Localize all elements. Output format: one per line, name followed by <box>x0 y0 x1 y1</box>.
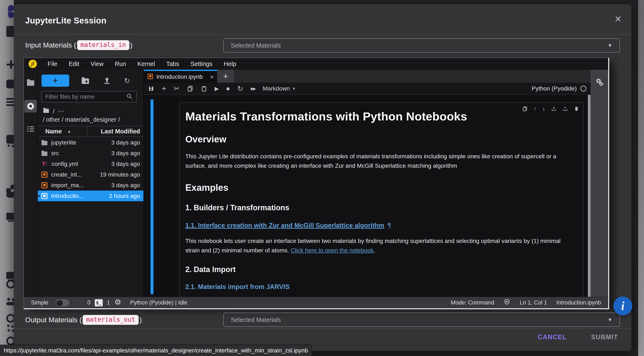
jupyterlite-app: jl File Edit View Run Kernel Tabs Settin… <box>24 58 609 309</box>
cancel-button[interactable]: CANCEL <box>538 333 567 341</box>
file-row-config-yml[interactable]: Y: config.yml 3 days ago <box>38 159 144 169</box>
menu-kernel[interactable]: Kernel <box>132 60 160 67</box>
file-row-jupyterlite[interactable]: jupyterlite 3 days ago <box>38 137 144 148</box>
output-materials-label: Output Materials (materials_out) <box>25 315 142 325</box>
upload-icon[interactable] <box>103 76 111 85</box>
menu-help[interactable]: Help <box>218 60 242 67</box>
modal-footer: CANCEL SUBMIT <box>538 333 618 341</box>
materials-out-code-chip: materials_out <box>82 315 138 325</box>
folder-icon <box>41 150 48 157</box>
overview-heading: Overview <box>185 134 573 145</box>
duplicate-cell-icon[interactable] <box>522 106 528 111</box>
column-header-modified[interactable]: Last Modified <box>88 128 144 135</box>
save-icon[interactable] <box>148 85 154 92</box>
new-folder-icon[interactable] <box>81 76 90 85</box>
table-of-contents-tab-icon[interactable] <box>26 125 35 134</box>
column-header-name[interactable]: Name ▲ <box>38 126 88 136</box>
notebook-file-icon <box>41 182 48 189</box>
simple-mode-toggle[interactable] <box>56 299 70 306</box>
statusbar-filename: Introduction.ipynb <box>556 300 601 306</box>
jarvis-import-link[interactable]: 2.1. Materials import from JARVIS <box>185 283 290 290</box>
interface-paragraph: This notebook lets user create an interf… <box>185 236 573 255</box>
materials-in-code-chip: materials_in <box>77 40 129 50</box>
info-icon: i <box>621 300 624 312</box>
home-folder-icon[interactable] <box>43 107 50 115</box>
file-list-header: Name ▲ Last Modified <box>38 126 144 137</box>
file-row-introduction-selected[interactable]: ● Introductio... 2 hours ago <box>38 190 144 201</box>
output-label-prefix: Output Materials ( <box>25 316 82 324</box>
open-notebook-link[interactable]: Click here to open the notebook <box>291 247 374 254</box>
interface-creation-link[interactable]: 1.1. Interface creation with Zur and McG… <box>185 222 384 229</box>
file-row-src[interactable]: src 3 days ago <box>38 148 144 159</box>
interface-creation-link-heading: 1.1. Interface creation with Zur and McG… <box>185 222 573 229</box>
copy-cell-icon[interactable] <box>187 85 193 92</box>
search-icon <box>126 93 133 101</box>
insert-cell-icon[interactable]: + <box>162 84 166 93</box>
new-launcher-button[interactable]: + <box>42 75 69 87</box>
kernel-name[interactable]: Python (Pyodide) <box>532 85 577 92</box>
breadcrumb-path[interactable]: / other / materials_designer / <box>43 116 120 123</box>
kernel-running-dot: ● <box>38 193 40 198</box>
submit-button[interactable]: SUBMIT <box>591 333 618 341</box>
menu-view[interactable]: View <box>85 60 109 67</box>
close-icon[interactable]: × <box>615 13 621 24</box>
close-tab-icon[interactable]: × <box>210 73 214 81</box>
examples-heading: Examples <box>185 182 573 193</box>
restart-kernel-icon[interactable]: ↻ <box>237 84 244 93</box>
breadcrumb[interactable]: / ⋯ <box>43 107 64 115</box>
input-materials-dropdown[interactable]: Selected Materials ▼ <box>223 38 620 53</box>
running-sessions-tab-icon[interactable] <box>24 100 37 112</box>
file-row-import-materials[interactable]: import_ma... 3 days ago <box>38 180 144 190</box>
run-all-icon[interactable]: ▶▶ <box>251 86 255 91</box>
tab-introduction-ipynb[interactable]: Introduction.ipynb × <box>144 70 217 83</box>
anchor-pilcrow[interactable]: ¶ <box>388 222 391 229</box>
stop-kernel-icon[interactable]: ■ <box>226 85 230 92</box>
command-mode-indicator[interactable]: Mode: Command <box>451 300 494 306</box>
sort-asc-icon: ▲ <box>67 129 71 134</box>
file-filter-box[interactable] <box>42 91 137 102</box>
breadcrumb-ellipsis[interactable]: ⋯ <box>58 107 64 115</box>
move-up-icon[interactable]: ↑ <box>534 105 536 112</box>
insert-below-icon[interactable] <box>562 106 568 111</box>
output-materials-dropdown[interactable]: Selected Materials ▼ <box>223 313 620 327</box>
info-button[interactable]: i <box>614 297 632 315</box>
data-import-heading: 2. Data Import <box>185 265 573 274</box>
notebook-toolbar: + ✂ ▶ ■ ↻ ▶▶ Markdown ▾ <box>144 83 590 95</box>
file-row-create-interface[interactable]: create_int... 19 minutes ago <box>38 169 144 180</box>
menu-run[interactable]: Run <box>109 60 132 67</box>
run-cell-icon[interactable]: ▶ <box>215 85 219 92</box>
cursor-position[interactable]: Ln 1, Col 1 <box>520 300 547 306</box>
property-inspector-strip <box>590 70 608 297</box>
paste-cell-icon[interactable] <box>201 85 207 92</box>
file-browser-tab-icon[interactable] <box>26 78 35 88</box>
selected-cell-indicator <box>150 99 154 294</box>
input-label-suffix: ) <box>130 41 132 49</box>
cut-cell-icon[interactable]: ✂ <box>174 85 180 93</box>
file-filter-input[interactable] <box>45 93 126 100</box>
jupyterlite-logo-icon: jl <box>28 60 37 68</box>
cell-type-select[interactable]: Markdown ▾ <box>263 85 295 92</box>
background-right-edge <box>638 0 644 356</box>
file-browser-panel: + ↻ <box>38 70 144 297</box>
tab-title: Introduction.ipynb <box>156 73 203 80</box>
menu-edit[interactable]: Edit <box>63 60 85 67</box>
terminals-count[interactable]: 0 <box>88 300 90 306</box>
notebook-scrollbar[interactable] <box>588 95 590 297</box>
input-label-prefix: Input Materials ( <box>25 41 76 49</box>
markdown-cell[interactable]: ↑ ↓ M <box>180 102 584 297</box>
delete-cell-icon[interactable] <box>574 106 579 111</box>
kernel-status[interactable]: Python (Pyodide) | Idle <box>130 300 188 306</box>
kernel-idle-icon[interactable] <box>580 86 586 92</box>
refresh-icon[interactable]: ↻ <box>124 76 130 85</box>
menu-tabs[interactable]: Tabs <box>160 60 185 67</box>
background-sidebar <box>0 0 14 356</box>
new-tab-button[interactable]: + <box>217 70 234 83</box>
move-down-icon[interactable]: ↓ <box>542 105 545 112</box>
insert-above-icon[interactable] <box>551 106 556 111</box>
menu-settings[interactable]: Settings <box>185 60 218 67</box>
cell-toolbar: ↑ ↓ <box>522 105 579 112</box>
gear-icon[interactable] <box>594 77 604 297</box>
menu-file[interactable]: File <box>42 60 63 67</box>
overview-paragraph: This Jupyter Lite distribution contains … <box>185 152 573 171</box>
kernels-count[interactable]: 1 <box>107 300 110 306</box>
